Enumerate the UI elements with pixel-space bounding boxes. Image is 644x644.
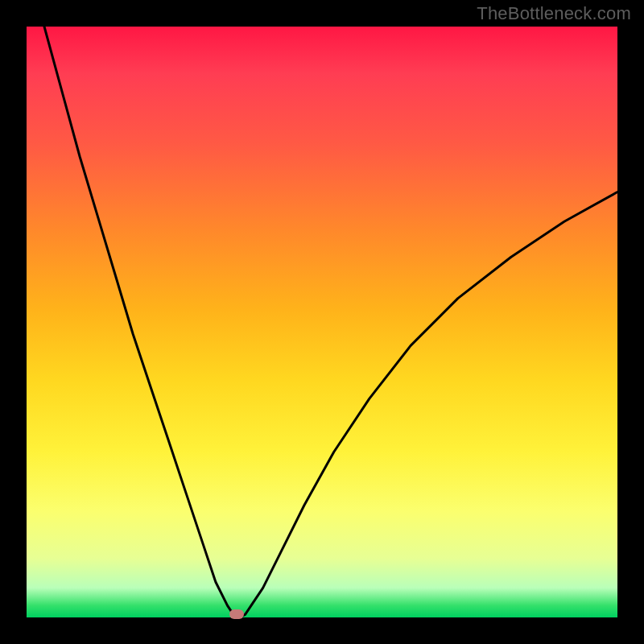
watermark-text: TheBottleneck.com — [477, 3, 631, 24]
plot-area — [27, 27, 617, 617]
curve-svg — [27, 27, 617, 617]
chart-frame: TheBottleneck.com — [0, 0, 644, 644]
optimum-marker — [229, 609, 244, 619]
bottleneck-curve — [44, 27, 617, 617]
